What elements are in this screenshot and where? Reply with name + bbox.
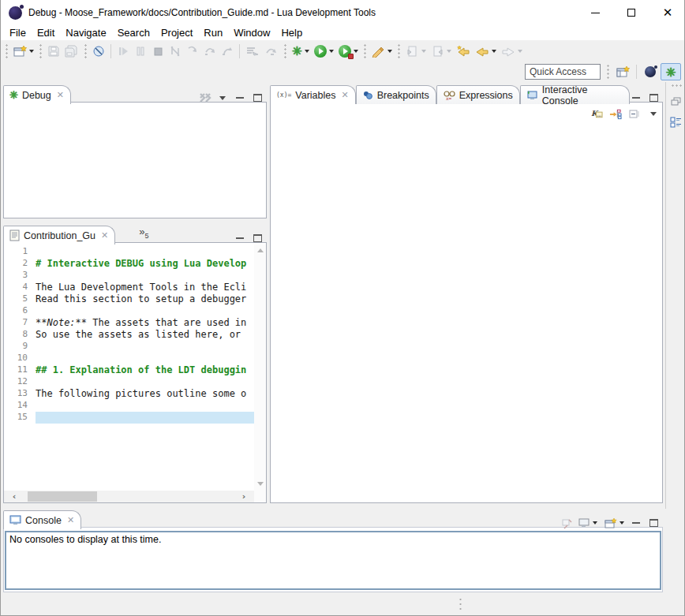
new-wizard-button[interactable] xyxy=(11,43,36,60)
toolbar-drag-handle[interactable] xyxy=(5,43,9,59)
menu-run[interactable]: Run xyxy=(198,26,228,39)
menu-search[interactable]: Search xyxy=(112,26,155,39)
forward-button[interactable] xyxy=(499,43,525,60)
maximize-window-button[interactable] xyxy=(613,0,649,25)
line-number[interactable]: 6 xyxy=(4,305,36,317)
variables-minimize-button[interactable] xyxy=(630,91,642,104)
step-over-button[interactable] xyxy=(201,43,219,60)
line-number[interactable]: 9 xyxy=(4,341,36,353)
pin-console-button[interactable] xyxy=(560,517,573,529)
debug-maximize-button[interactable] xyxy=(251,91,264,104)
open-perspective-button[interactable] xyxy=(612,63,633,80)
editor-line[interactable] xyxy=(36,400,254,412)
editor-line[interactable]: So use the assets as listed here, or xyxy=(36,329,254,341)
suspend-button[interactable] xyxy=(132,43,149,60)
open-console-button[interactable] xyxy=(603,517,625,529)
toolbar-drag-handle[interactable] xyxy=(84,43,88,59)
perspective-bar-handle[interactable] xyxy=(606,64,610,80)
strip-drag-handle[interactable] xyxy=(671,84,682,88)
line-number[interactable]: 8 xyxy=(4,329,36,341)
line-number[interactable]: 11 xyxy=(4,364,36,376)
debug-view-menu-button[interactable] xyxy=(216,91,229,104)
variables-tab-close-icon[interactable]: ✕ xyxy=(341,90,348,100)
editor-line[interactable]: **Note:** The assets that are used in xyxy=(36,317,254,329)
toolbar-drag-handle[interactable] xyxy=(363,43,367,59)
toolbar-drag-handle[interactable] xyxy=(397,43,401,59)
debug-button[interactable]: ✳ xyxy=(290,43,312,60)
hidden-editors-chevron[interactable]: »5 xyxy=(139,226,148,240)
line-number[interactable]: 14 xyxy=(4,400,36,412)
menu-help[interactable]: Help xyxy=(275,26,308,39)
outline-view-button[interactable] xyxy=(670,116,683,129)
line-number[interactable]: 13 xyxy=(4,388,36,400)
debug-view-tab[interactable]: ✳ Debug ✕ xyxy=(3,85,71,104)
scroll-up-icon[interactable] xyxy=(254,245,266,256)
menu-window[interactable]: Window xyxy=(228,26,275,39)
editor-line[interactable] xyxy=(36,341,254,353)
line-number[interactable]: 5 xyxy=(4,293,36,305)
editor-line[interactable] xyxy=(36,376,254,388)
editor-maximize-button[interactable] xyxy=(251,232,264,245)
editor-body[interactable]: 123456789101112131415 # Interactive DEBU… xyxy=(4,245,266,502)
console-tab-close-icon[interactable]: ✕ xyxy=(67,515,74,525)
step-into-button[interactable] xyxy=(184,43,201,60)
disconnect-button[interactable] xyxy=(167,43,184,60)
tab-breakpoints[interactable]: Breakpoints xyxy=(356,85,436,104)
tab-interactive-console[interactable]: Interactive Console xyxy=(520,85,630,104)
editor-line[interactable]: # Interactive DEBUG using Lua Develop xyxy=(36,258,254,270)
debug-minimize-button[interactable] xyxy=(234,91,246,104)
terminate-button[interactable] xyxy=(149,43,167,60)
line-number[interactable]: 2 xyxy=(4,258,36,270)
editor-line[interactable]: Read this section to setup a debugger xyxy=(36,293,254,305)
editor-line[interactable] xyxy=(36,353,254,364)
external-tools-button[interactable] xyxy=(369,43,395,60)
console-tab[interactable]: Console ✕ xyxy=(3,510,81,529)
line-number[interactable]: 10 xyxy=(4,353,36,364)
previous-annotation-button[interactable] xyxy=(429,43,454,60)
editor-tab-contribution-guide[interactable]: Contribution_Gu ✕ xyxy=(3,226,115,245)
line-number[interactable]: 12 xyxy=(4,376,36,388)
editor-line[interactable] xyxy=(36,246,254,258)
editor-line[interactable] xyxy=(36,412,254,424)
display-selected-console-button[interactable] xyxy=(578,517,598,529)
horizontal-scroll-thumb[interactable] xyxy=(28,491,97,502)
editor-line[interactable]: ## 1. Explanation of the LDT debuggin xyxy=(36,364,254,376)
editor-vertical-scrollbar[interactable] xyxy=(254,245,266,502)
editor-line[interactable]: The Lua Development Tools in the Ecli xyxy=(36,282,254,293)
line-number[interactable]: 7 xyxy=(4,317,36,329)
console-minimize-button[interactable] xyxy=(630,517,642,529)
editor-horizontal-scrollbar[interactable]: ‹ › xyxy=(4,491,254,502)
close-window-button[interactable]: ✕ xyxy=(649,0,685,25)
restore-view-button[interactable] xyxy=(670,95,683,108)
scroll-right-icon[interactable]: › xyxy=(234,491,254,502)
minimize-window-button[interactable] xyxy=(577,0,613,25)
coverage-button[interactable] xyxy=(336,43,361,60)
toolbar-drag-handle[interactable] xyxy=(283,43,287,59)
back-button[interactable] xyxy=(473,43,499,60)
line-number[interactable]: 3 xyxy=(4,270,36,282)
resume-button[interactable] xyxy=(114,43,132,60)
step-filters-config-button[interactable] xyxy=(262,43,281,60)
tab-variables[interactable]: (x)= Variables ✕ xyxy=(270,85,356,104)
editor-minimize-button[interactable] xyxy=(234,232,246,245)
run-button[interactable] xyxy=(312,43,336,60)
toolbar-drag-handle[interactable] xyxy=(39,43,43,59)
show-logical-structure-button[interactable] xyxy=(609,107,622,120)
editor-tab-close-icon[interactable]: ✕ xyxy=(101,230,108,241)
last-edit-location-button[interactable] xyxy=(454,43,473,60)
editor-line[interactable] xyxy=(36,305,254,317)
show-type-names-button[interactable]: K xyxy=(590,107,603,120)
tab-expressions[interactable]: x= Expressions xyxy=(436,85,520,104)
use-step-filters-button[interactable] xyxy=(243,43,262,60)
skip-all-breakpoints-button[interactable] xyxy=(90,43,107,60)
editor-line[interactable]: The following pictures outline some o xyxy=(36,388,254,400)
step-return-button[interactable] xyxy=(219,43,236,60)
variables-maximize-button[interactable] xyxy=(647,91,660,104)
variables-view-menu-button[interactable] xyxy=(647,107,660,120)
quick-access-input[interactable]: Quick Access xyxy=(525,64,601,80)
menu-project[interactable]: Project xyxy=(155,26,198,39)
line-number[interactable]: 4 xyxy=(4,282,36,293)
line-number[interactable]: 15 xyxy=(4,412,36,424)
lua-perspective-button[interactable] xyxy=(640,63,661,80)
scroll-left-icon[interactable]: ‹ xyxy=(4,491,24,502)
